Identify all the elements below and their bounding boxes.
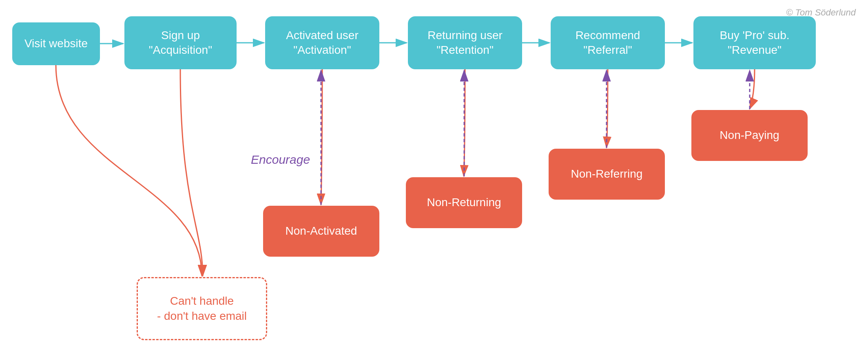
diagram-container: © Tom Söderlund Visit website Sign up "A… — [0, 0, 868, 352]
node-non-paying: Non-Paying — [691, 110, 808, 161]
node-returning: Returning user "Retention" — [408, 16, 522, 69]
node-visit: Visit website — [12, 22, 100, 65]
encourage-label: Encourage — [251, 153, 310, 167]
node-non-activated: Non-Activated — [263, 206, 379, 257]
node-buy: Buy 'Pro' sub. "Revenue" — [693, 16, 816, 69]
node-non-referring: Non-Referring — [549, 149, 665, 200]
node-non-returning: Non-Returning — [406, 177, 522, 228]
node-signup: Sign up "Acquisition" — [124, 16, 237, 69]
node-recommend: Recommend "Referral" — [551, 16, 665, 69]
node-activated: Activated user "Activation" — [265, 16, 379, 69]
node-cant-handle: Can't handle - don't have email — [137, 277, 267, 340]
